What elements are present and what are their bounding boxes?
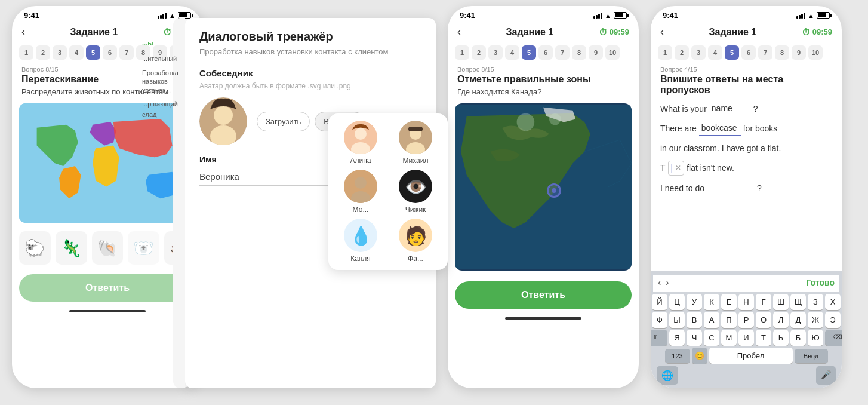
key-ш[interactable]: Ш — [773, 294, 789, 310]
tab3-8[interactable]: 8 — [572, 45, 586, 60]
key-у[interactable]: У — [687, 294, 702, 310]
backspace-key[interactable]: ⌫ — [825, 330, 842, 346]
nav-next-button[interactable]: › — [666, 277, 669, 288]
blank-input-2[interactable]: bookcase — [699, 121, 741, 135]
char-kaply[interactable]: 💧 Капля — [335, 219, 386, 263]
wifi-icon-4: ▲ — [808, 12, 814, 19]
key-п[interactable]: П — [721, 312, 737, 328]
tab4-1[interactable]: 1 — [658, 45, 672, 60]
space-key[interactable]: Пробел — [709, 348, 793, 364]
animal-4[interactable]: 🐻‍❄️ — [128, 231, 159, 265]
done-button[interactable]: Готово — [806, 278, 835, 287]
clear-button-4[interactable]: ✕ — [675, 162, 681, 174]
globe-key[interactable]: 🌐 — [657, 366, 678, 385]
char-mo[interactable]: Мо... — [335, 170, 386, 214]
animal-1[interactable]: 🐑 — [19, 231, 51, 265]
char-grid: Алина Михаил Мо... 👁️ Чижик — [328, 113, 448, 270]
mic-key[interactable]: 🎤 — [816, 366, 836, 385]
task-header-3: ‹ Задание 1 ⏱ 09:59 — [448, 22, 639, 43]
tab-6[interactable]: 6 — [103, 45, 117, 60]
tab4-2[interactable]: 2 — [675, 45, 689, 60]
nav-prev-button[interactable]: ‹ — [658, 277, 661, 288]
key-з[interactable]: З — [808, 294, 823, 310]
animal-3[interactable]: 🐚 — [92, 231, 124, 265]
back-button-4[interactable]: ‹ — [660, 26, 664, 38]
key-с[interactable]: С — [704, 330, 719, 346]
tab4-8[interactable]: 8 — [775, 45, 789, 60]
key-ц[interactable]: Ц — [669, 294, 685, 310]
signal-icon-4 — [796, 13, 805, 19]
back-button-1[interactable]: ‹ — [21, 26, 25, 38]
key-ж[interactable]: Ж — [808, 312, 823, 328]
tab-3[interactable]: 3 — [53, 45, 67, 60]
tab3-9[interactable]: 9 — [589, 45, 603, 60]
key-е[interactable]: Е — [721, 294, 737, 310]
tab4-10[interactable]: 10 — [808, 45, 823, 60]
key-р[interactable]: Р — [738, 312, 754, 328]
answer-button-3[interactable]: Ответить — [455, 281, 632, 309]
key-я[interactable]: Я — [669, 330, 685, 346]
emoji-key[interactable]: 😊 — [692, 348, 707, 364]
answer-button-1[interactable]: Ответить — [19, 274, 196, 302]
char-fa[interactable]: 🧑 Фа... — [390, 219, 441, 263]
back-button-3[interactable]: ‹ — [457, 26, 461, 38]
key-й[interactable]: Й — [652, 294, 667, 310]
key-ы[interactable]: Ы — [669, 312, 685, 328]
key-ч[interactable]: Ч — [687, 330, 702, 346]
tab4-6[interactable]: 6 — [741, 45, 756, 60]
satellite-map[interactable] — [455, 103, 632, 271]
blank-text-5a: I need to do — [660, 182, 704, 195]
tab4-4[interactable]: 4 — [708, 45, 722, 60]
key-л[interactable]: Л — [773, 312, 789, 328]
key-т[interactable]: Т — [756, 330, 771, 346]
char-alina[interactable]: Алина — [335, 121, 386, 165]
tab3-3[interactable]: 3 — [488, 45, 503, 60]
enter-key[interactable]: Ввод — [795, 349, 828, 363]
tab-4[interactable]: 4 — [69, 45, 84, 60]
tab3-5[interactable]: 5 — [522, 45, 536, 60]
numbers-key[interactable]: 123 — [665, 349, 690, 363]
key-м[interactable]: М — [721, 330, 737, 346]
animal-2[interactable]: 🦎 — [56, 231, 87, 265]
blank-input-4[interactable]: | ✕ — [668, 161, 685, 175]
char-mikhail[interactable]: Михаил — [390, 121, 441, 165]
tab4-3[interactable]: 3 — [691, 45, 706, 60]
task-header-4: ‹ Задание 1 ⏱ 09:59 — [651, 22, 842, 43]
char-name-mo: Мо... — [353, 205, 369, 214]
key-ь[interactable]: Ь — [773, 330, 789, 346]
key-х[interactable]: Х — [825, 294, 841, 310]
tab4-5[interactable]: 5 — [725, 45, 739, 60]
char-chizhik[interactable]: 👁️ Чижик — [390, 170, 441, 214]
key-а[interactable]: А — [704, 312, 719, 328]
timer-value-4: 09:59 — [812, 27, 832, 36]
tab-1[interactable]: 1 — [19, 45, 33, 60]
key-и[interactable]: И — [738, 330, 754, 346]
tab3-6[interactable]: 6 — [538, 45, 553, 60]
tab3-7[interactable]: 7 — [555, 45, 570, 60]
key-б[interactable]: Б — [790, 330, 806, 346]
key-ю[interactable]: Ю — [808, 330, 823, 346]
key-о[interactable]: О — [756, 312, 771, 328]
shift-key[interactable]: ⇧ — [651, 330, 667, 346]
key-в[interactable]: В — [687, 312, 702, 328]
battery-icon-3 — [614, 12, 627, 19]
tab-5[interactable]: 5 — [86, 45, 100, 60]
key-э[interactable]: Э — [825, 312, 841, 328]
tab3-4[interactable]: 4 — [505, 45, 519, 60]
tab-7[interactable]: 7 — [119, 45, 134, 60]
upload-button[interactable]: Загрузить — [257, 112, 310, 131]
blank-input-1[interactable]: name — [709, 102, 751, 115]
tab4-7[interactable]: 7 — [758, 45, 772, 60]
tab3-2[interactable]: 2 — [472, 45, 486, 60]
key-н[interactable]: Н — [738, 294, 754, 310]
tab4-9[interactable]: 9 — [792, 45, 806, 60]
tab3-1[interactable]: 1 — [455, 45, 469, 60]
blank-input-5[interactable] — [707, 182, 755, 195]
key-щ[interactable]: Щ — [790, 294, 806, 310]
tab-2[interactable]: 2 — [36, 45, 50, 60]
tab3-10[interactable]: 10 — [605, 45, 620, 60]
key-ф[interactable]: Ф — [652, 312, 667, 328]
key-к[interactable]: К — [704, 294, 719, 310]
key-г[interactable]: Г — [756, 294, 771, 310]
key-д[interactable]: Д — [790, 312, 806, 328]
